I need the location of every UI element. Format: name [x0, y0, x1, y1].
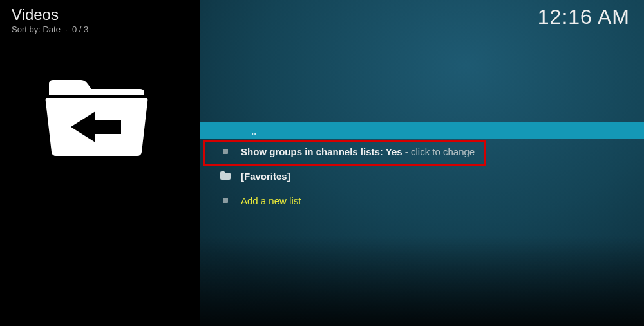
- bullet-icon: [223, 149, 228, 154]
- bullet-icon: [223, 198, 228, 203]
- favorites-label: [Favorites]: [241, 171, 290, 182]
- show-groups-label: Show groups in channels lists: Yes: [241, 146, 405, 157]
- page-title: Videos: [12, 6, 200, 23]
- add-new-list-label: Add a new list: [241, 195, 301, 206]
- list-item-show-groups[interactable]: Show groups in channels lists: Yes - cli…: [200, 139, 644, 164]
- file-list: .. Show groups in channels lists: Yes - …: [200, 122, 644, 213]
- clock: 12:16 AM: [538, 5, 630, 29]
- list-item-favorites[interactable]: [Favorites]: [200, 164, 644, 188]
- back-folder-icon[interactable]: [45, 76, 148, 162]
- folder-icon: [220, 171, 231, 182]
- bottom-gradient: [200, 236, 644, 326]
- parent-dir-label: ..: [214, 126, 256, 137]
- list-item-add-new[interactable]: Add a new list: [200, 188, 644, 213]
- page-subtitle: Sort by: Date · 0 / 3: [12, 24, 200, 34]
- list-item-parent[interactable]: ..: [200, 122, 644, 139]
- show-groups-hint: - click to change: [405, 146, 475, 157]
